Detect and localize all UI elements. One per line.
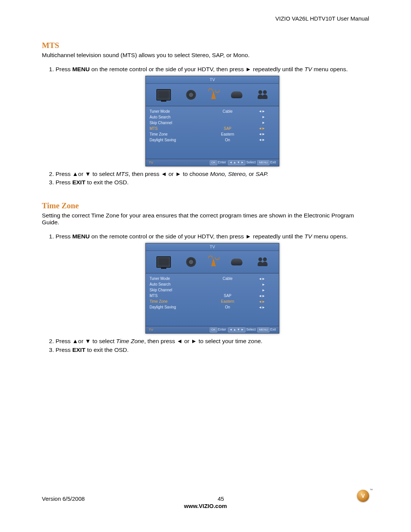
osd-row-indicator-icon: ► [256, 282, 265, 287]
osd-row-indicator-icon: ◄► [256, 132, 265, 136]
osd-row-label: Tuner Mode [150, 109, 199, 114]
osd-tabs [146, 251, 279, 273]
step-item: Press EXIT to exit the OSD. [56, 179, 369, 187]
osd-row-value: SAP [199, 126, 256, 131]
select-hint: Select [246, 328, 256, 331]
step-item: Press ▲or ▼ to select Time Zone, then pr… [56, 337, 369, 345]
step-italic: TV [304, 233, 312, 240]
step-italic: TV [304, 66, 312, 72]
osd-row: Auto Search► [150, 114, 275, 120]
osd-screenshot: TV Tuner ModeCable◄►Auto Search►Skip Cha… [145, 76, 279, 166]
step-text: Press [56, 66, 72, 72]
step-item: Press MENU on the remote control or the … [56, 66, 369, 166]
osd-row: Daylight SavingOn◄► [150, 137, 275, 143]
osd-row-indicator-icon: ◄► [256, 294, 265, 298]
audio-tab-icon [186, 257, 196, 267]
osd-footer: TV OKEnter ◄ ▲ ▼ ►Select MENUExit [146, 326, 279, 333]
step-text: Press [56, 233, 72, 240]
osd-row: Time ZoneEastern◄► [150, 131, 275, 137]
step-item: Press MENU on the remote control or the … [56, 233, 369, 334]
osd-row-indicator-icon: ► [256, 120, 265, 125]
osd-body: Tuner ModeCable◄►Auto Search►Skip Channe… [146, 106, 279, 159]
parental-tab-icon [258, 257, 268, 267]
osd-row-label: Auto Search [150, 282, 199, 287]
osd-row-indicator-icon: ◄► [256, 137, 265, 142]
ok-key-icon: OK [210, 160, 217, 165]
setup-tab-icon [231, 259, 242, 265]
section-intro: Setting the correct Time Zone for your a… [42, 212, 369, 226]
osd-row-label: Daylight Saving [150, 305, 199, 310]
osd-row: Daylight SavingOn◄► [150, 304, 275, 310]
enter-hint: Enter [218, 160, 226, 164]
vizio-logo-icon: V [357, 490, 369, 502]
enter-hint: Enter [218, 328, 226, 331]
osd-body: Tuner ModeCable◄►Auto Search►Skip Channe… [146, 273, 279, 326]
osd-footer-hints: OKEnter ◄ ▲ ▼ ►Select MENUExit [209, 327, 276, 332]
osd-title: TV [146, 76, 279, 84]
picture-tab-icon [156, 256, 171, 268]
osd-row: Tuner ModeCable◄► [150, 276, 275, 281]
osd-row-value: On [199, 305, 256, 310]
osd-footer: TV OKEnter ◄ ▲ ▼ ►Select MENUExit [146, 159, 279, 166]
osd-footer-category: TV [149, 328, 153, 332]
osd-row-label: Auto Search [150, 115, 199, 120]
exit-hint: Exit [270, 328, 276, 331]
osd-footer-hints: OKEnter ◄ ▲ ▼ ►Select MENUExit [209, 160, 276, 165]
page-footer: Version 6/5/2008 45 V www.VIZIO.com [42, 490, 369, 509]
osd-row-label: Daylight Saving [150, 137, 199, 143]
osd-tabs [146, 84, 279, 106]
osd-row: Skip Channel► [150, 120, 275, 126]
step-text: Press ▲or ▼ to select Time Zone, then pr… [56, 338, 263, 344]
osd-row: MTSSAP◄► [150, 126, 275, 131]
osd-row-label: Tuner Mode [150, 276, 199, 281]
menu-key-icon: MENU [257, 160, 269, 165]
arrow-keys-icon: ◄ ▲ ▼ ► [228, 328, 245, 332]
setup-tab-icon [231, 91, 242, 98]
audio-tab-icon [186, 90, 196, 100]
osd-row-indicator-icon: ◄► [256, 305, 265, 310]
footer-url: www.VIZIO.com [42, 503, 369, 509]
step-text: Press EXIT to exit the OSD. [56, 347, 129, 353]
step-bold: MENU [72, 233, 90, 240]
osd-row-indicator-icon: ► [256, 288, 265, 292]
page-number: 45 [85, 495, 357, 502]
osd-row-value: SAP [199, 293, 256, 299]
step-item: Press EXIT to exit the OSD. [56, 346, 369, 354]
osd-row-label: MTS [150, 293, 199, 299]
osd-row-indicator-icon: ◄► [256, 299, 265, 304]
osd-row-value: Cable [199, 276, 256, 281]
osd-row-indicator-icon: ► [256, 115, 265, 119]
tv-tab-icon [211, 258, 216, 266]
picture-tab-icon [156, 89, 171, 101]
section-intro: Multichannel television sound (MTS) allo… [42, 52, 369, 59]
osd-row: Time ZoneEastern◄► [150, 299, 275, 304]
osd-row: Tuner ModeCable◄► [150, 109, 275, 114]
osd-row-value: Cable [199, 109, 256, 114]
osd-row: Skip Channel► [150, 287, 275, 293]
osd-footer-category: TV [149, 160, 153, 165]
section-heading: Time Zone [42, 201, 369, 211]
step-text: menu opens. [312, 233, 348, 240]
doc-header: VIZIO VA26L HDTV10T User Manual [42, 15, 369, 22]
osd-row-label: MTS [150, 126, 199, 131]
section-mts: MTS Multichannel television sound (MTS) … [42, 41, 369, 187]
osd-row-indicator-icon: ◄► [256, 126, 265, 131]
osd-row-value: On [199, 137, 256, 143]
steps-list: Press MENU on the remote control or the … [56, 66, 369, 187]
step-text: Press ▲or ▼ to select MTS, then press ◄ … [56, 171, 268, 177]
steps-list: Press MENU on the remote control or the … [56, 233, 369, 354]
parental-tab-icon [258, 90, 268, 99]
osd-row-indicator-icon: ◄► [256, 276, 265, 281]
section-time-zone: Time Zone Setting the correct Time Zone … [42, 201, 369, 354]
osd-row-label: Skip Channel [150, 120, 199, 126]
step-item: Press ▲or ▼ to select MTS, then press ◄ … [56, 170, 369, 178]
version-text: Version 6/5/2008 [42, 495, 85, 502]
osd-screenshot: TV Tuner ModeCable◄►Auto Search►Skip Cha… [145, 243, 279, 334]
ok-key-icon: OK [210, 328, 217, 332]
osd-row-label: Time Zone [150, 299, 199, 304]
select-hint: Select [246, 160, 256, 164]
step-text: Press EXIT to exit the OSD. [56, 179, 129, 185]
osd-row-value: Eastern [199, 299, 256, 304]
osd-row-label: Skip Channel [150, 288, 199, 293]
section-heading: MTS [42, 41, 369, 50]
